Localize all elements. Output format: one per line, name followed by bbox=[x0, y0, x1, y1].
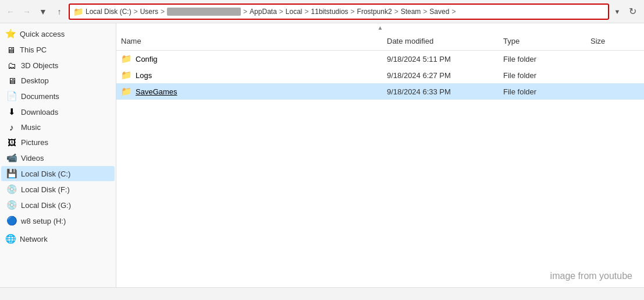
sidebar-item-local-disk-g[interactable]: 💿 Local Disk (G:) bbox=[1, 197, 115, 213]
pictures-icon: 🖼 bbox=[6, 137, 17, 147]
sidebar-item-local-disk-c[interactable]: 💾 Local Disk (C:) bbox=[1, 166, 115, 181]
up-button[interactable]: ↑ bbox=[52, 5, 66, 19]
3d-objects-icon: 🗂 bbox=[6, 61, 17, 70]
file-name-cell-config: 📁 Config bbox=[116, 52, 382, 65]
path-sep-1: > bbox=[161, 8, 165, 16]
file-list: 📁 Config 9/18/2024 5:11 PM File folder 📁… bbox=[116, 51, 644, 287]
file-date-savegames: 9/18/2024 6:33 PM bbox=[382, 86, 499, 97]
star-icon: ⭐ bbox=[5, 29, 16, 39]
sidebar-item-documents[interactable]: 📄 Documents bbox=[1, 89, 115, 104]
path-sep-3: > bbox=[279, 8, 283, 16]
sidebar: ⭐ Quick access 🖥 This PC 🗂 3D Objects 🖥 … bbox=[0, 23, 116, 287]
address-bar[interactable]: 📁 Local Disk (C:) > Users > ████████████… bbox=[69, 3, 609, 20]
table-row[interactable]: 📁 SaveGames 9/18/2024 6:33 PM File folde… bbox=[116, 83, 644, 100]
sidebar-item-downloads[interactable]: ⬇ Downloads bbox=[1, 104, 115, 119]
folder-icon-savegames: 📁 bbox=[121, 86, 132, 97]
network-header[interactable]: 🌐 Network bbox=[0, 231, 116, 247]
sidebar-label-music: Music bbox=[21, 123, 41, 132]
path-segment-users: Users bbox=[140, 8, 158, 16]
col-header-size[interactable]: Size bbox=[586, 34, 644, 48]
path-segment-11bitstudios: 11bitstudios bbox=[311, 8, 348, 16]
sidebar-label-videos: Videos bbox=[21, 154, 44, 163]
sidebar-item-3d-objects[interactable]: 🗂 3D Objects bbox=[1, 58, 115, 73]
local-disk-f-icon: 💿 bbox=[6, 184, 17, 195]
documents-icon: 📄 bbox=[6, 91, 17, 101]
file-size-savegames bbox=[586, 90, 644, 93]
folder-icon-config: 📁 bbox=[121, 54, 132, 64]
toolbar-right: ▼ ↻ bbox=[611, 3, 641, 20]
status-bar bbox=[0, 287, 644, 300]
local-disk-c-icon: 💾 bbox=[6, 168, 17, 179]
file-name-config: Config bbox=[136, 55, 158, 63]
folder-icon: 📁 bbox=[73, 7, 83, 16]
path-segment-localdisk: Local Disk (C:) bbox=[86, 8, 131, 16]
path-sep-7: > bbox=[423, 8, 427, 16]
path-segment-saved: Saved bbox=[429, 8, 449, 16]
file-size-logs bbox=[586, 74, 644, 76]
sidebar-item-pictures[interactable]: 🖼 Pictures bbox=[1, 135, 115, 150]
videos-icon: 📹 bbox=[6, 153, 17, 163]
file-name-logs: Logs bbox=[136, 71, 152, 80]
toolbar: ← → ▼ ↑ 📁 Local Disk (C:) > Users > ████… bbox=[0, 0, 644, 23]
file-type-savegames: File folder bbox=[499, 86, 586, 97]
sidebar-label-downloads: Downloads bbox=[21, 108, 58, 117]
col-header-name[interactable]: Name bbox=[116, 34, 382, 48]
forward-button[interactable]: → bbox=[20, 5, 34, 19]
file-type-logs: File folder bbox=[499, 70, 586, 81]
path-segment-frostpunk2: Frostpunk2 bbox=[357, 8, 392, 16]
file-name-cell-logs: 📁 Logs bbox=[116, 69, 382, 82]
sidebar-label-local-disk-c: Local Disk (C:) bbox=[21, 170, 70, 178]
refresh-button[interactable]: ↻ bbox=[624, 3, 641, 20]
sidebar-label-pictures: Pictures bbox=[21, 138, 48, 147]
sidebar-item-local-disk-f[interactable]: 💿 Local Disk (F:) bbox=[1, 182, 115, 197]
file-area: ▲ Name Date modified Type Size 📁 Config … bbox=[116, 23, 644, 287]
sidebar-item-desktop[interactable]: 🖥 Desktop bbox=[1, 73, 115, 88]
recent-button[interactable]: ▼ bbox=[36, 5, 50, 19]
quick-access-header[interactable]: ⭐ Quick access bbox=[0, 26, 116, 42]
col-header-date[interactable]: Date modified bbox=[382, 34, 499, 48]
file-date-config: 9/18/2024 5:11 PM bbox=[382, 54, 499, 65]
path-sep-2: > bbox=[243, 8, 247, 16]
column-header: Name Date modified Type Size bbox=[116, 32, 644, 51]
sidebar-label-local-disk-f: Local Disk (F:) bbox=[21, 185, 70, 194]
file-type-config: File folder bbox=[499, 54, 586, 65]
table-row[interactable]: 📁 Logs 9/18/2024 6:27 PM File folder bbox=[116, 67, 644, 83]
desktop-icon: 🖥 bbox=[6, 76, 17, 86]
file-size-config bbox=[586, 58, 644, 60]
back-button[interactable]: ← bbox=[3, 5, 17, 19]
downloads-icon: ⬇ bbox=[6, 107, 17, 117]
table-row[interactable]: 📁 Config 9/18/2024 5:11 PM File folder bbox=[116, 51, 644, 67]
file-name-cell-savegames: 📁 SaveGames bbox=[116, 85, 382, 98]
sidebar-label-3d-objects: 3D Objects bbox=[21, 61, 58, 70]
path-segment-local: Local bbox=[286, 8, 303, 16]
network-icon: 🌐 bbox=[5, 234, 16, 244]
network-label: Network bbox=[20, 235, 48, 243]
chevron-down-button[interactable]: ▼ bbox=[611, 5, 623, 19]
folder-icon-logs: 📁 bbox=[121, 70, 132, 80]
file-date-logs: 9/18/2024 6:27 PM bbox=[382, 70, 499, 81]
file-name-savegames: SaveGames bbox=[136, 87, 177, 96]
col-header-type[interactable]: Type bbox=[499, 34, 586, 48]
this-pc-label: This PC bbox=[20, 45, 47, 54]
this-pc-header[interactable]: 🖥 This PC bbox=[0, 42, 116, 58]
path-sep-6: > bbox=[394, 8, 399, 16]
computer-icon: 🖥 bbox=[5, 45, 16, 55]
local-disk-g-icon: 💿 bbox=[6, 200, 17, 210]
scroll-up-indicator[interactable]: ▲ bbox=[116, 23, 644, 32]
sidebar-label-w8-setup: w8 setup (H:) bbox=[21, 217, 66, 225]
watermark: image from youtube bbox=[550, 271, 632, 281]
sidebar-item-w8-setup[interactable]: 🔵 w8 setup (H:) bbox=[1, 213, 115, 228]
sidebar-label-local-disk-g: Local Disk (G:) bbox=[21, 201, 71, 210]
main-content: ⭐ Quick access 🖥 This PC 🗂 3D Objects 🖥 … bbox=[0, 23, 644, 287]
path-segment-steam: Steam bbox=[401, 8, 421, 16]
path-sep-4: > bbox=[305, 8, 309, 16]
path-segment-appdata: AppData bbox=[250, 8, 277, 16]
music-icon: ♪ bbox=[6, 122, 17, 132]
sidebar-item-music[interactable]: ♪ Music bbox=[1, 120, 115, 135]
path-text: Local Disk (C:) > Users > ██████████████… bbox=[86, 8, 457, 16]
path-sep-5: > bbox=[351, 8, 355, 16]
path-sep-0: > bbox=[134, 8, 138, 16]
sidebar-item-videos[interactable]: 📹 Videos bbox=[1, 150, 115, 165]
sidebar-label-documents: Documents bbox=[21, 92, 59, 101]
path-sep-8: > bbox=[451, 8, 456, 16]
